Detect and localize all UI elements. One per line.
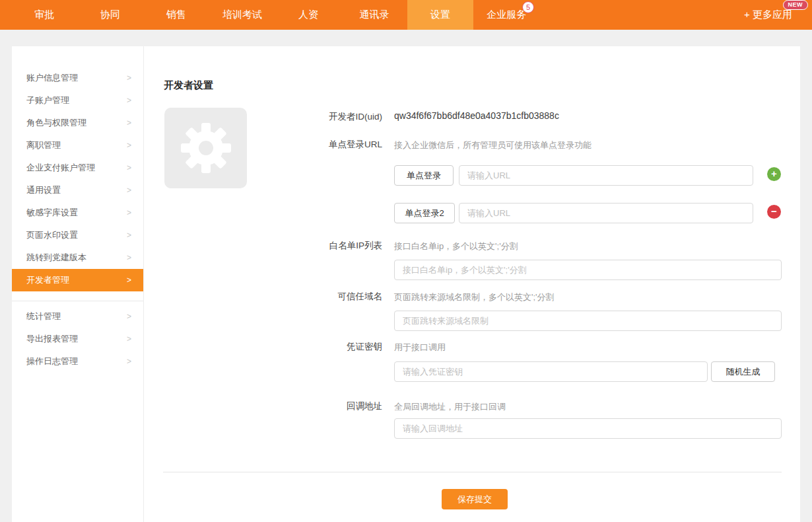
tab-enterprise-services[interactable]: 企业服务 5 — [473, 0, 539, 30]
trusted-domain-label: 可信任域名 — [144, 291, 382, 303]
developer-settings-form: 开发者设置 开发者ID(uid) qw34f6f67bb6df48e0 — [144, 46, 800, 522]
chevron-right-icon: > — [127, 276, 131, 285]
developer-id-label: 开发者ID(uid) — [144, 111, 382, 123]
sidebar-item-export-reports[interactable]: 导出报表管理 > — [12, 328, 143, 350]
secret-key-input[interactable] — [394, 361, 708, 382]
add-sso-row-button[interactable]: + — [767, 167, 781, 181]
tab-enterprise-services-label: 企业服务 — [487, 9, 526, 21]
sidebar-item-label: 页面水印设置 — [26, 229, 78, 241]
tab-settings[interactable]: 设置 — [407, 0, 473, 30]
content-panel: 账户信息管理 > 子账户管理 > 角色与权限管理 > 离职管理 > 企业支付账户… — [12, 46, 800, 522]
secret-key-hint: 用于接口调用 — [394, 342, 446, 354]
tab-sales[interactable]: 销售 — [143, 0, 209, 30]
page-title: 开发者设置 — [164, 79, 213, 92]
sidebar-item-roles-permissions[interactable]: 角色与权限管理 > — [12, 112, 143, 134]
remove-sso-row-button[interactable]: − — [767, 205, 781, 219]
chevron-right-icon: > — [127, 253, 131, 262]
sidebar-item-general-settings[interactable]: 通用设置 > — [12, 179, 143, 202]
chevron-right-icon: > — [127, 73, 131, 83]
chevron-right-icon: > — [127, 186, 131, 195]
sidebar-item-label: 敏感字库设置 — [26, 207, 78, 219]
sidebar-item-party-version[interactable]: 跳转到党建版本 > — [12, 246, 143, 269]
sidebar-item-label: 开发者管理 — [26, 274, 69, 286]
chevron-right-icon: > — [127, 208, 131, 217]
tab-approval[interactable]: 审批 — [11, 0, 77, 30]
sidebar-item-statistics[interactable]: 统计管理 > — [12, 305, 143, 328]
tab-training-exam[interactable]: 培训考试 — [209, 0, 275, 30]
sso-login-button[interactable]: 单点登录 — [394, 165, 454, 186]
trusted-domain-hint: 页面跳转来源域名限制，多个以英文';'分割 — [394, 291, 555, 303]
minus-icon: − — [771, 206, 777, 216]
tab-collaboration-label: 协同 — [100, 9, 120, 21]
settings-sidebar: 账户信息管理 > 子账户管理 > 角色与权限管理 > 离职管理 > 企业支付账户… — [12, 46, 144, 522]
sidebar-item-developer-management[interactable]: 开发者管理 > — [12, 269, 143, 291]
sidebar-item-page-watermark[interactable]: 页面水印设置 > — [12, 224, 143, 246]
tab-sales-label: 销售 — [166, 9, 186, 21]
sidebar-item-label: 导出报表管理 — [26, 333, 78, 345]
ip-whitelist-input[interactable] — [394, 260, 782, 280]
sso-url-hint: 接入企业微信后，所有管理员可使用该单点登录功能 — [394, 139, 592, 151]
notification-count-badge: 5 — [522, 1, 534, 13]
ip-whitelist-label: 白名单IP列表 — [144, 240, 382, 252]
tab-approval-label: 审批 — [34, 9, 54, 21]
sidebar-item-label: 跳转到党建版本 — [26, 252, 86, 264]
generate-random-button[interactable]: 随机生成 — [711, 361, 775, 382]
developer-id-value: qw34f6f67bb6df48e0a4037b1cfb03888c — [394, 110, 559, 121]
form-divider — [163, 472, 782, 472]
sidebar-item-account-info[interactable]: 账户信息管理 > — [12, 67, 143, 89]
sso-url-input-1[interactable] — [459, 165, 753, 186]
tab-hr[interactable]: 人资 — [275, 0, 341, 30]
sidebar-item-enterprise-payment[interactable]: 企业支付账户管理 > — [12, 157, 143, 179]
sidebar-item-label: 离职管理 — [26, 139, 61, 151]
callback-url-input[interactable] — [394, 418, 782, 439]
tab-settings-label: 设置 — [430, 9, 450, 21]
tab-collaboration[interactable]: 协同 — [77, 0, 143, 30]
sidebar-item-resignation[interactable]: 离职管理 > — [12, 134, 143, 157]
sidebar-item-operation-logs[interactable]: 操作日志管理 > — [12, 350, 143, 373]
more-apps-label: + 更多应用 — [744, 9, 792, 21]
save-submit-button[interactable]: 保存提交 — [442, 489, 508, 509]
sidebar-item-label: 账户信息管理 — [26, 72, 78, 84]
tab-hr-label: 人资 — [298, 9, 318, 21]
sidebar-divider — [12, 301, 143, 301]
top-navigation-bar: 审批 协同 销售 培训考试 人资 通讯录 设置 企业服务 5 + 更多应用 NE… — [0, 0, 812, 30]
chevron-right-icon: > — [127, 231, 131, 240]
tab-contacts-label: 通讯录 — [360, 9, 389, 21]
sidebar-item-label: 通用设置 — [26, 184, 61, 196]
tab-training-exam-label: 培训考试 — [222, 9, 262, 21]
sidebar-item-sensitive-words[interactable]: 敏感字库设置 > — [12, 202, 143, 224]
new-badge: NEW — [783, 0, 809, 10]
plus-icon: + — [771, 168, 777, 178]
sidebar-item-sub-accounts[interactable]: 子账户管理 > — [12, 89, 143, 112]
chevron-right-icon: > — [127, 118, 131, 128]
sidebar-item-label: 操作日志管理 — [26, 355, 78, 367]
sso-url-input-2[interactable] — [459, 203, 753, 223]
sidebar-item-label: 统计管理 — [26, 311, 61, 322]
sidebar-item-label: 子账户管理 — [26, 94, 69, 106]
chevron-right-icon: > — [127, 163, 131, 172]
sidebar-item-label: 企业支付账户管理 — [26, 162, 95, 174]
chevron-right-icon: > — [127, 357, 131, 366]
chevron-right-icon: > — [127, 96, 131, 105]
chevron-right-icon: > — [127, 312, 131, 321]
sidebar-item-label: 角色与权限管理 — [26, 117, 86, 129]
sso-login2-button[interactable]: 单点登录2 — [394, 203, 455, 223]
trusted-domain-input[interactable] — [394, 311, 782, 331]
ip-whitelist-hint: 接口白名单ip，多个以英文';'分割 — [394, 241, 518, 252]
secret-key-label: 凭证密钥 — [144, 341, 382, 353]
callback-url-hint: 全局回调地址，用于接口回调 — [394, 401, 506, 413]
callback-url-label: 回调地址 — [144, 400, 382, 412]
chevron-right-icon: > — [127, 334, 131, 344]
tab-contacts[interactable]: 通讯录 — [341, 0, 407, 30]
chevron-right-icon: > — [127, 141, 131, 150]
sso-url-label: 单点登录URL — [144, 139, 382, 151]
